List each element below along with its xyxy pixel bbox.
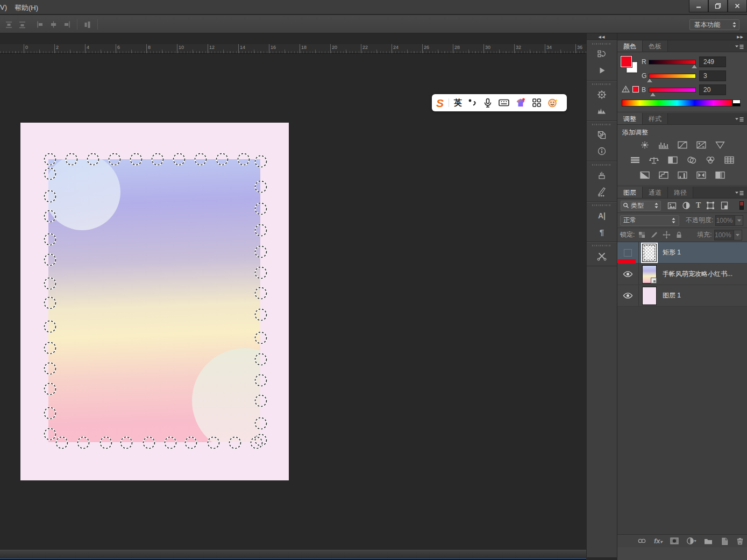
history-panel-icon[interactable] <box>587 46 617 62</box>
info-panel-icon[interactable] <box>587 143 617 159</box>
adj-photofilter-icon[interactable] <box>685 155 699 165</box>
channel-slider[interactable] <box>649 60 696 65</box>
adj-hue-icon[interactable] <box>628 155 642 165</box>
adj-lookup-icon[interactable] <box>722 155 736 165</box>
drag-grip[interactable] <box>592 245 611 246</box>
panel-menu-icon[interactable] <box>735 190 744 196</box>
paragraph-panel-icon[interactable]: ¶ <box>587 224 617 240</box>
lock-all-icon[interactable] <box>675 231 683 239</box>
drag-grip[interactable] <box>592 204 611 206</box>
adj-levels-icon[interactable] <box>657 140 671 150</box>
align-left-icon[interactable] <box>33 18 47 30</box>
channel-value-input[interactable]: 249 <box>699 56 726 67</box>
skin-icon[interactable] <box>515 97 527 108</box>
black-white-picker[interactable] <box>732 100 741 107</box>
gamut-warning[interactable] <box>622 86 639 93</box>
link-layers-button[interactable] <box>637 537 647 544</box>
toolbox-icon[interactable] <box>531 97 542 108</box>
channel-value-input[interactable]: 3 <box>699 70 726 81</box>
adj-posterize-icon[interactable] <box>657 170 671 180</box>
tab-paths[interactable]: 路径 <box>668 187 693 198</box>
fill-dropdown-arrow[interactable] <box>734 230 742 240</box>
restore-button[interactable] <box>708 0 728 12</box>
menu-item-partial[interactable]: V) <box>0 3 7 11</box>
character-panel-icon[interactable]: A| <box>587 208 617 224</box>
layer-row[interactable]: 矩形 1 <box>617 242 747 264</box>
align-hcenter-icon[interactable] <box>47 18 60 30</box>
align-vcenter-2-icon[interactable] <box>16 18 29 30</box>
filter-smart-icon[interactable] <box>720 201 729 210</box>
adj-vibrance-icon[interactable] <box>713 140 727 150</box>
slider-handle[interactable] <box>692 65 697 68</box>
layer-filter-kind-dropdown[interactable]: 类型 <box>621 201 661 211</box>
layer-visibility-toggle[interactable] <box>617 264 639 285</box>
opacity-dropdown-arrow[interactable] <box>735 215 743 226</box>
filter-image-icon[interactable] <box>667 202 677 210</box>
emoji-icon[interactable] <box>547 97 559 108</box>
layer-thumbnail[interactable] <box>642 287 657 305</box>
lock-brush-icon[interactable] <box>650 231 658 239</box>
tab-adjustments[interactable]: 调整 <box>617 113 643 124</box>
new-layer-button[interactable] <box>720 537 729 545</box>
tab-styles[interactable]: 样式 <box>643 113 668 124</box>
layer-visibility-toggle[interactable] <box>617 285 639 306</box>
new-group-button[interactable] <box>703 537 713 545</box>
channel-slider[interactable] <box>649 88 696 93</box>
lang-indicator[interactable]: 英 <box>454 98 462 108</box>
navigator-panel-icon[interactable] <box>587 87 617 103</box>
foreground-color-swatch[interactable] <box>621 56 632 67</box>
workspace-preset-dropdown[interactable]: 基本功能 <box>689 19 739 30</box>
microphone-icon[interactable] <box>482 97 493 108</box>
fill-value[interactable]: 100% <box>714 230 734 240</box>
adj-invert-icon[interactable] <box>638 170 652 180</box>
new-adjustment-button[interactable]: ▾ <box>686 537 696 545</box>
filter-adjust-icon[interactable] <box>682 201 691 210</box>
drag-grip[interactable] <box>592 124 611 125</box>
channel-slider[interactable] <box>649 74 696 79</box>
tab-swatches[interactable]: 色板 <box>643 40 668 52</box>
color-spectrum-bar[interactable] <box>622 100 732 107</box>
dock-collapse-button[interactable]: ◀◀ <box>587 33 617 40</box>
delete-layer-button[interactable] <box>736 537 744 545</box>
panel-collapse-button[interactable]: ▶▶ <box>617 33 747 40</box>
align-right-icon[interactable] <box>60 18 74 30</box>
distribute-icon[interactable] <box>81 18 94 30</box>
tab-color[interactable]: 颜色 <box>617 40 643 52</box>
adj-threshold-icon[interactable] <box>675 170 689 180</box>
slider-handle[interactable] <box>647 79 652 82</box>
layer-thumbnail[interactable] <box>642 244 657 262</box>
adj-balance-icon[interactable] <box>647 155 661 165</box>
panel-menu-icon[interactable] <box>735 44 744 49</box>
close-button[interactable] <box>728 0 747 12</box>
drag-grip[interactable] <box>592 83 611 85</box>
keyboard-icon[interactable] <box>498 97 510 108</box>
drag-grip[interactable] <box>592 43 611 45</box>
tab-layers[interactable]: 图层 <box>617 187 643 198</box>
slider-handle[interactable] <box>650 93 656 96</box>
filter-shape-icon[interactable] <box>706 201 715 210</box>
channel-value-input[interactable]: 20 <box>699 84 726 95</box>
filter-type-icon[interactable]: T <box>696 201 701 210</box>
panel-menu-icon[interactable] <box>735 117 744 122</box>
brush-settings-panel-icon[interactable] <box>587 183 617 200</box>
adj-gradmap-icon[interactable] <box>694 170 708 180</box>
adj-selective-icon[interactable] <box>713 170 727 180</box>
adj-bw-icon[interactable] <box>666 155 680 165</box>
blend-mode-dropdown[interactable]: 正常 <box>620 215 679 226</box>
brush-presets-panel-icon[interactable] <box>587 167 617 183</box>
histogram-panel-icon[interactable] <box>587 103 617 119</box>
lock-move-icon[interactable] <box>663 231 671 239</box>
align-vcenter-1-icon[interactable] <box>2 18 16 30</box>
actions-panel-icon[interactable] <box>587 62 617 79</box>
sogou-logo[interactable]: S <box>436 97 444 109</box>
layer-thumbnail[interactable] <box>642 265 657 283</box>
punctuation-icon[interactable] <box>467 97 478 108</box>
layer-filter-toggle[interactable] <box>739 201 744 210</box>
document-canvas[interactable] <box>20 123 289 480</box>
adj-exposure-icon[interactable] <box>694 140 708 150</box>
tab-channels[interactable]: 通道 <box>643 187 668 198</box>
add-mask-button[interactable] <box>670 537 679 545</box>
adj-curves-icon[interactable] <box>675 140 689 150</box>
drag-grip[interactable] <box>592 164 611 166</box>
menu-item-help[interactable]: 帮助(H) <box>15 3 38 13</box>
